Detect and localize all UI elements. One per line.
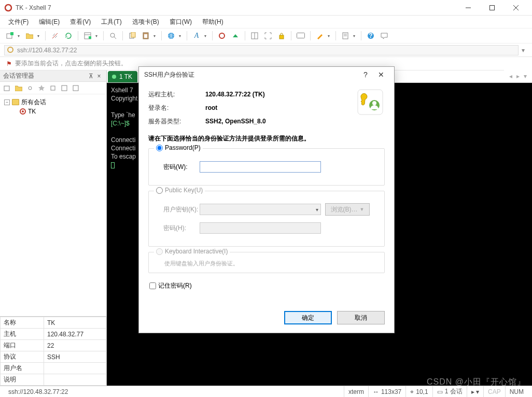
password-label: 密码(W): bbox=[156, 163, 200, 172]
dropdown-icon[interactable]: ▾ bbox=[95, 34, 100, 38]
svg-rect-21 bbox=[279, 35, 284, 39]
menu-help[interactable]: 帮助(H) bbox=[198, 16, 228, 28]
prop-value: TK bbox=[44, 317, 106, 329]
server-label: 服务器类型: bbox=[148, 117, 205, 126]
password-radio-input[interactable] bbox=[156, 145, 163, 151]
prop-label: 主机 bbox=[1, 329, 44, 340]
fullscreen-icon[interactable] bbox=[262, 30, 274, 41]
password-radio[interactable]: Password(P) bbox=[154, 144, 203, 151]
window-maximize-button[interactable] bbox=[480, 0, 504, 16]
dialog-close-button[interactable]: ✕ bbox=[373, 70, 389, 79]
keyboard-icon[interactable] bbox=[295, 30, 306, 41]
menu-window[interactable]: 窗口(W) bbox=[165, 16, 196, 28]
menu-edit[interactable]: 编辑(E) bbox=[35, 16, 64, 28]
dropdown-icon[interactable]: ▾ bbox=[18, 34, 22, 38]
ok-button[interactable]: 确定 bbox=[284, 311, 332, 324]
tree-root-node[interactable]: − 所有会话 bbox=[2, 97, 104, 107]
script-icon[interactable] bbox=[340, 30, 351, 41]
tab-list-icon[interactable]: ▾ bbox=[524, 73, 527, 80]
tab-prev-icon[interactable]: ◂ bbox=[509, 73, 512, 80]
highlight-icon[interactable] bbox=[314, 30, 326, 41]
prop-label: 协议 bbox=[1, 351, 44, 363]
xshell-logo-icon[interactable] bbox=[216, 30, 228, 41]
disconnect-icon[interactable] bbox=[49, 30, 61, 41]
menu-tab[interactable]: 选项卡(B) bbox=[128, 16, 163, 28]
session-manager-panel: 会话管理器 ⊼ × − 所有会话 TK 名称TK bbox=[0, 70, 107, 386]
dropdown-icon[interactable]: ▾ bbox=[37, 34, 41, 38]
remember-password-checkbox[interactable]: 记住密码(R) bbox=[149, 281, 385, 290]
globe-icon[interactable] bbox=[165, 30, 177, 41]
menu-file[interactable]: 文件(F) bbox=[4, 16, 33, 28]
session-icon bbox=[20, 108, 26, 115]
tree-session-node[interactable]: TK bbox=[2, 107, 104, 116]
host-value: 120.48.32.77:22 (TK) bbox=[205, 91, 265, 98]
keyboard-radio[interactable]: Keyboard Interactive(I) bbox=[154, 248, 230, 255]
svg-point-0 bbox=[5, 5, 11, 11]
session-tab[interactable]: 1 TK bbox=[108, 71, 137, 82]
refresh-icon[interactable] bbox=[48, 83, 58, 93]
new-session-icon[interactable] bbox=[2, 83, 12, 93]
window-minimize-button[interactable] bbox=[456, 0, 480, 16]
flag-icon: ⚑ bbox=[6, 60, 12, 67]
menu-view[interactable]: 查看(V) bbox=[66, 16, 95, 28]
status-encoding[interactable]: ▸ ▾ bbox=[467, 386, 483, 397]
userkey-combo: ▾ bbox=[200, 204, 321, 215]
svg-rect-31 bbox=[4, 86, 9, 91]
close-panel-icon[interactable]: × bbox=[95, 73, 103, 80]
lock-icon[interactable] bbox=[276, 30, 287, 41]
font-icon[interactable]: A bbox=[191, 30, 202, 41]
search-icon[interactable] bbox=[107, 30, 119, 41]
filter-icon[interactable] bbox=[59, 83, 69, 93]
status-caps: CAP bbox=[483, 386, 505, 397]
window-titlebar: TK - Xshell 7 bbox=[0, 0, 532, 16]
star-icon[interactable] bbox=[36, 83, 47, 93]
address-dropdown-icon[interactable]: ▾ bbox=[519, 47, 528, 54]
menu-tools[interactable]: 工具(T) bbox=[97, 16, 125, 28]
key-user-icon bbox=[356, 88, 385, 117]
cancel-button[interactable]: 取消 bbox=[337, 311, 385, 324]
open-session-icon[interactable] bbox=[24, 30, 35, 41]
layout-icon[interactable] bbox=[249, 30, 260, 41]
dropdown-icon[interactable]: ▾ bbox=[179, 34, 183, 38]
feedback-icon[interactable] bbox=[379, 30, 390, 41]
remember-checkbox-input[interactable] bbox=[149, 282, 156, 289]
password-input[interactable] bbox=[200, 161, 321, 173]
dialog-help-button[interactable]: ? bbox=[358, 70, 373, 79]
address-field[interactable]: ssh://120.48.32.77:22 bbox=[4, 45, 519, 55]
paste-icon[interactable] bbox=[140, 30, 151, 41]
status-num: NUM bbox=[505, 386, 528, 397]
publickey-radio[interactable]: Public Key(U) bbox=[154, 187, 205, 194]
copy-icon[interactable] bbox=[127, 30, 138, 41]
publickey-radio-input[interactable] bbox=[156, 187, 163, 194]
collapse-icon[interactable]: − bbox=[4, 100, 10, 105]
dropdown-icon[interactable]: ▾ bbox=[153, 34, 158, 38]
login-value: root bbox=[205, 104, 217, 111]
svg-point-37 bbox=[372, 101, 376, 105]
keyboard-radio-input bbox=[156, 248, 163, 255]
sidebar-header: 会话管理器 ⊼ × bbox=[0, 70, 106, 82]
dropdown-icon[interactable]: ▾ bbox=[328, 34, 332, 38]
pin-icon[interactable]: ⊼ bbox=[87, 73, 95, 80]
status-size: ↔113x37 bbox=[368, 386, 405, 397]
reconnect-icon[interactable] bbox=[63, 30, 74, 41]
new-session-icon[interactable] bbox=[4, 30, 16, 41]
new-folder-icon[interactable] bbox=[13, 83, 24, 93]
more-icon[interactable] bbox=[71, 83, 81, 93]
prop-value: SSH bbox=[44, 351, 106, 363]
publickey-group: Public Key(U) 用户密钥(K): ▾ 浏览(B)…▼ 密码(H): bbox=[148, 191, 385, 247]
dropdown-icon[interactable]: ▾ bbox=[204, 34, 208, 38]
svg-text:?: ? bbox=[369, 32, 372, 39]
link-icon[interactable] bbox=[25, 83, 35, 93]
session-icon bbox=[7, 46, 15, 54]
pk-pass-label: 密码(H): bbox=[156, 224, 200, 233]
properties-icon[interactable] bbox=[82, 30, 93, 41]
xftp-icon[interactable] bbox=[230, 30, 241, 41]
cursor-pos-icon: ⌖ bbox=[410, 388, 414, 395]
dropdown-icon[interactable]: ▾ bbox=[353, 34, 357, 38]
sidebar-title: 会话管理器 bbox=[3, 72, 87, 80]
tab-next-icon[interactable]: ▸ bbox=[516, 73, 520, 80]
help-icon[interactable]: ? bbox=[365, 30, 376, 41]
session-tree: − 所有会话 TK bbox=[0, 94, 106, 316]
window-close-button[interactable] bbox=[504, 0, 528, 16]
svg-rect-33 bbox=[62, 86, 67, 91]
